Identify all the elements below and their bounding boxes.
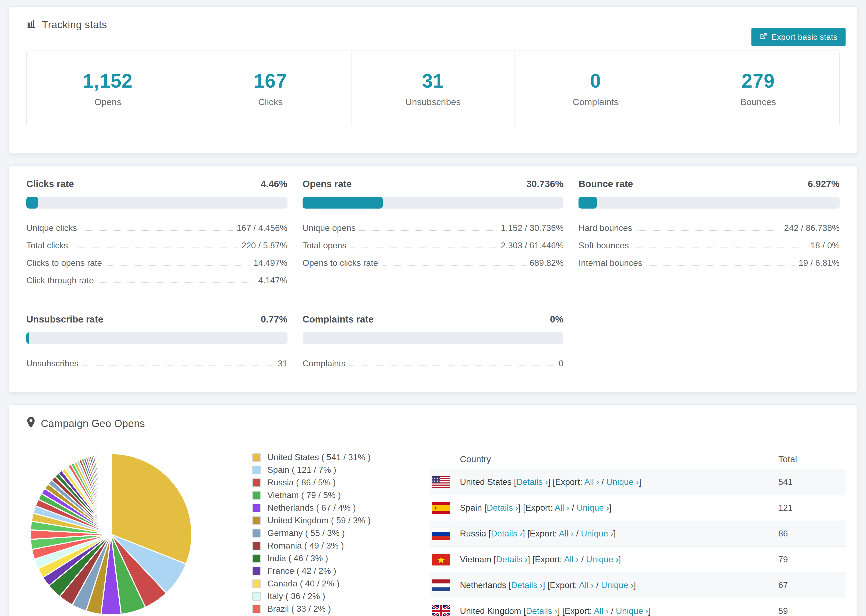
summary-stats-row: 1,152Opens167Clicks31Unsubscribes0Compla…: [26, 50, 840, 126]
export-unique-link[interactable]: Unique ›: [616, 606, 649, 616]
legend-item-ru[interactable]: Russia ( 86 / 5% ): [252, 478, 414, 487]
rate-detail-row: Soft bounces18 / 0%: [578, 237, 840, 254]
rate-progress-fill: [302, 197, 383, 209]
stat-value: 31: [422, 70, 444, 92]
export-all-link[interactable]: All ›: [559, 529, 574, 538]
rate-row-label: Complaints: [302, 358, 346, 368]
rate-detail-row: Complaints0: [302, 355, 564, 372]
rate-detail-row: Unsubscribes31: [26, 355, 288, 372]
export-all-link[interactable]: All ›: [554, 503, 569, 512]
stat-value: 1,152: [83, 70, 132, 92]
stat-label: Opens: [94, 97, 121, 107]
stat-card-opens: 1,152Opens: [27, 51, 189, 126]
rate-row-value: 242 / 86.738%: [784, 223, 840, 233]
legend-item-ca[interactable]: Canada ( 40 / 2% ): [252, 579, 414, 589]
legend-label: Italy ( 36 / 2% ): [267, 591, 325, 601]
rate-progress-fill: [26, 197, 38, 209]
legend-label: United Kingdom ( 59 / 3% ): [267, 515, 371, 525]
legend-swatch: [252, 580, 261, 588]
export-basic-stats-button[interactable]: Export basic stats: [751, 28, 846, 46]
tracking-stats-title: Tracking stats: [26, 19, 107, 31]
rate-row-label: Opens to clicks rate: [302, 258, 378, 268]
geo-card-title-text: Campaign Geo Opens: [41, 418, 145, 429]
rate-row-value: 1,152 / 30.736%: [501, 223, 564, 233]
country-total: 86: [778, 529, 846, 539]
details-link[interactable]: Details ›: [511, 580, 542, 590]
rate-row-value: 689.82%: [529, 258, 564, 268]
export-unique-link[interactable]: Unique ›: [581, 529, 614, 538]
rate-row-value: 2,303 / 61.446%: [501, 240, 564, 250]
geo-pie-chart[interactable]: [26, 449, 196, 616]
export-unique-link[interactable]: Unique ›: [601, 580, 634, 590]
rate-rows: Unique clicks167 / 4.456%Total clicks220…: [26, 219, 288, 289]
rate-title: Complaints rate: [302, 314, 374, 325]
rate-row-label: Hard bounces: [578, 223, 632, 233]
legend-item-de[interactable]: Germany ( 55 / 3% ): [252, 528, 414, 538]
legend-label: France ( 42 / 2% ): [267, 566, 336, 576]
geo-table: Country Total United States [Details ›] …: [430, 449, 846, 616]
flag-icon-gb: [432, 605, 450, 616]
dotted-leader: [82, 366, 274, 366]
export-all-link[interactable]: All ›: [594, 606, 609, 616]
stat-value: 167: [254, 70, 287, 92]
legend-item-gb[interactable]: United Kingdom ( 59 / 3% ): [252, 515, 414, 525]
rate-detail-row: Click through rate4.147%: [26, 272, 288, 289]
legend-label: Brazil ( 33 / 2% ): [267, 604, 331, 614]
rate-row-label: Unique opens: [302, 223, 356, 233]
legend-item-it[interactable]: Italy ( 36 / 2% ): [252, 591, 414, 601]
rates-card: Clicks rate4.46%Unique clicks167 / 4.456…: [9, 165, 857, 392]
pie-slice[interactable]: [111, 454, 111, 534]
rate-value: 30.736%: [526, 178, 564, 189]
rate-row-label: Soft bounces: [578, 240, 629, 250]
rate-detail-row: Unique clicks167 / 4.456%: [26, 219, 288, 237]
legend-swatch: [252, 504, 261, 512]
legend-item-in[interactable]: India ( 46 / 3% ): [252, 553, 414, 563]
rate-rows: Complaints0: [302, 355, 564, 372]
stat-card-complaints: 0Complaints: [514, 51, 677, 126]
stat-card-unsubscribes: 31Unsubscribes: [351, 51, 514, 126]
geo-table-row-us: United States [Details ›] [Export: All ›…: [430, 469, 846, 495]
export-unique-link[interactable]: Unique ›: [576, 503, 609, 512]
legend-item-fr[interactable]: France ( 42 / 2% ): [252, 566, 414, 576]
legend-swatch: [252, 592, 261, 601]
details-link[interactable]: Details ›: [516, 477, 548, 487]
rate-row-label: Unsubscribes: [26, 358, 79, 368]
details-link[interactable]: Details ›: [496, 555, 527, 564]
country-cell: United States [Details ›] [Export: All ›…: [450, 477, 778, 487]
rate-title: Opens rate: [302, 178, 352, 189]
rate-section-unsubscribe-rate: Unsubscribe rate0.77%Unsubscribes31: [26, 314, 288, 372]
legend-item-br[interactable]: Brazil ( 33 / 2% ): [252, 604, 414, 614]
rate-rows: Hard bounces242 / 86.738%Soft bounces18 …: [578, 219, 840, 272]
rate-row-value: 19 / 6.81%: [798, 258, 840, 268]
export-unique-link[interactable]: Unique ›: [606, 477, 639, 487]
legend-item-es[interactable]: Spain ( 121 / 7% ): [252, 465, 414, 475]
legend-label: Spain ( 121 / 7% ): [267, 465, 336, 475]
rate-row-label: Total opens: [302, 240, 347, 250]
legend-swatch: [252, 542, 261, 550]
export-all-link[interactable]: All ›: [564, 555, 579, 564]
legend-label: Vietnam ( 79 / 5% ): [267, 490, 341, 500]
flag-icon-nl: [432, 580, 450, 591]
details-link[interactable]: Details ›: [526, 606, 557, 616]
legend-item-us[interactable]: United States ( 541 / 31% ): [252, 452, 414, 462]
geo-content: United States ( 541 / 31% )Spain ( 121 /…: [9, 442, 857, 616]
rate-section-bounce-rate: Bounce rate6.927%Hard bounces242 / 86.73…: [578, 178, 840, 289]
export-all-link[interactable]: All ›: [584, 477, 599, 487]
bar-chart-icon: [26, 19, 36, 31]
legend-item-vn[interactable]: Vietnam ( 79 / 5% ): [252, 490, 414, 500]
geo-table-row-nl: Netherlands [Details ›] [Export: All › /…: [430, 572, 846, 598]
rate-row-value: 4.147%: [258, 275, 288, 285]
country-name: Russia: [460, 529, 486, 538]
details-link[interactable]: Details ›: [487, 503, 518, 512]
export-all-link[interactable]: All ›: [579, 580, 594, 590]
tracking-stats-header: Tracking stats Export basic stats: [9, 7, 857, 42]
details-link[interactable]: Details ›: [491, 529, 523, 538]
rates-grid: Clicks rate4.46%Unique clicks167 / 4.456…: [26, 178, 840, 372]
rate-progress-track: [578, 197, 840, 209]
legend-item-nl[interactable]: Netherlands ( 67 / 4% ): [252, 503, 414, 513]
country-name: Netherlands: [460, 580, 506, 590]
export-unique-link[interactable]: Unique ›: [586, 555, 619, 564]
legend-swatch: [252, 567, 261, 575]
legend-item-ro[interactable]: Romania ( 49 / 3% ): [252, 541, 414, 551]
tracking-stats-title-text: Tracking stats: [42, 19, 107, 31]
